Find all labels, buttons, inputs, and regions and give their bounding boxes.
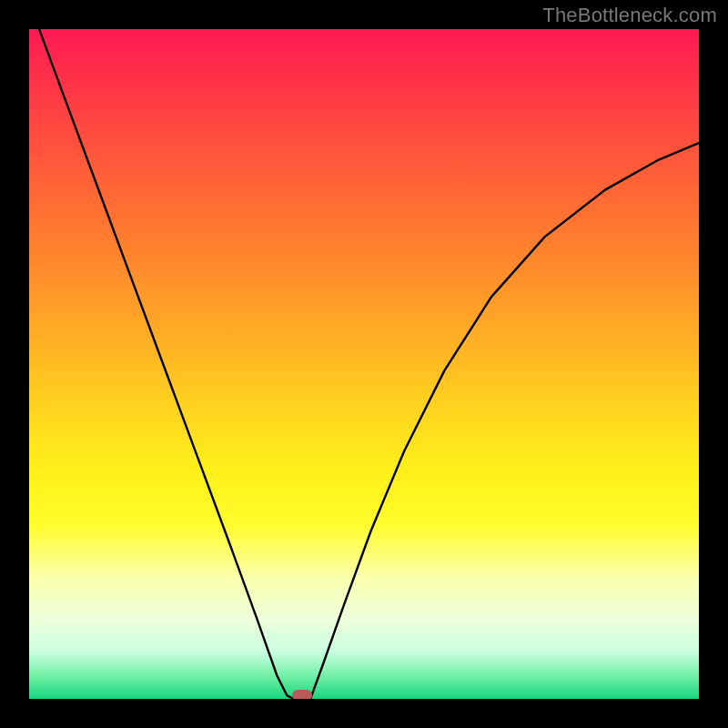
optimum-marker — [292, 690, 312, 699]
chart-frame: TheBottleneck.com — [0, 0, 728, 728]
bottleneck-curve — [29, 29, 699, 699]
watermark-text: TheBottleneck.com — [542, 4, 717, 27]
plot-area — [29, 29, 699, 699]
